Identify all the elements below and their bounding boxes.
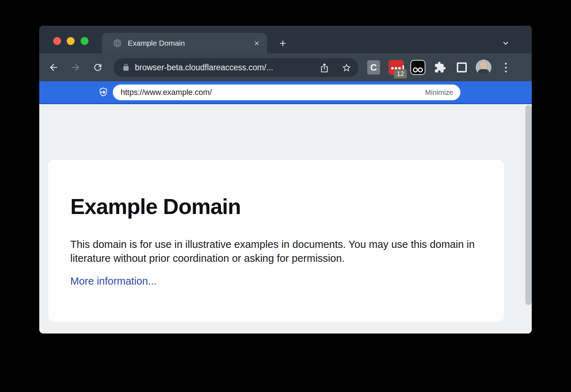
extension-password-manager-button[interactable]: 12: [389, 60, 404, 75]
forward-arrow-icon: [70, 62, 81, 73]
kebab-menu-icon: [505, 63, 507, 65]
puzzle-icon: [434, 61, 446, 73]
share-button[interactable]: [319, 63, 329, 73]
shield-arrow-icon: [98, 87, 109, 98]
back-button[interactable]: [46, 60, 61, 75]
more-information-link[interactable]: More information...: [70, 275, 157, 287]
circle-icon: [418, 67, 423, 72]
tab-title: Example Domain: [128, 33, 185, 54]
tab-close-icon[interactable]: [251, 38, 262, 49]
plus-icon: [278, 39, 288, 48]
isolation-url-bar: https://www.example.com/ Minimize: [39, 81, 532, 104]
forward-button[interactable]: [68, 60, 84, 75]
tab-example-domain[interactable]: Example Domain: [102, 33, 267, 54]
tab-search-button[interactable]: [499, 37, 512, 50]
side-panel-button[interactable]: [457, 62, 467, 72]
share-icon: [319, 63, 329, 73]
browser-menu-button[interactable]: [502, 61, 509, 74]
isolated-url-input[interactable]: https://www.example.com/ Minimize: [113, 85, 460, 100]
extensions-menu-button[interactable]: [434, 61, 446, 73]
screenshot-canvas: Example Domain: [0, 0, 571, 392]
avatar-head: [480, 62, 487, 68]
bookmark-button[interactable]: [342, 63, 352, 73]
circle-icon: [413, 67, 418, 72]
page-title: Example Domain: [70, 194, 241, 219]
reload-icon: [92, 62, 103, 73]
extension-two-circles-button[interactable]: [410, 60, 425, 75]
tab-strip: Example Domain: [39, 26, 532, 54]
extension-c-button[interactable]: C: [367, 60, 380, 75]
scrollbar-thumb[interactable]: [525, 105, 532, 305]
omnibox[interactable]: browser-beta.cloudflareaccess.com/...: [113, 58, 358, 77]
profile-avatar[interactable]: [476, 60, 491, 75]
omnibox-url-text: browser-beta.cloudflareaccess.com/...: [135, 58, 273, 77]
reload-button[interactable]: [90, 60, 106, 75]
window-zoom-button[interactable]: [81, 37, 89, 45]
isolated-url-text: https://www.example.com/: [121, 85, 212, 100]
lock-icon[interactable]: [122, 63, 130, 71]
chevron-down-icon: [501, 38, 511, 48]
avatar-torso: [478, 69, 489, 75]
example-domain-card: Example Domain This domain is for use in…: [48, 160, 504, 322]
page-paragraph: This domain is for use in illustrative e…: [70, 238, 482, 265]
back-arrow-icon: [48, 62, 59, 73]
browser-toolbar: browser-beta.cloudflareaccess.com/... C …: [39, 54, 532, 81]
page-viewport: Example Domain This domain is for use in…: [39, 104, 532, 334]
globe-favicon-icon: [113, 39, 122, 48]
extension-badge: 12: [394, 69, 407, 78]
minimize-button[interactable]: Minimize: [425, 85, 453, 100]
window-close-button[interactable]: [53, 37, 61, 45]
star-icon: [342, 63, 352, 73]
window-minimize-button[interactable]: [67, 37, 75, 45]
browser-window: Example Domain: [39, 26, 532, 334]
new-tab-button[interactable]: [276, 37, 289, 50]
